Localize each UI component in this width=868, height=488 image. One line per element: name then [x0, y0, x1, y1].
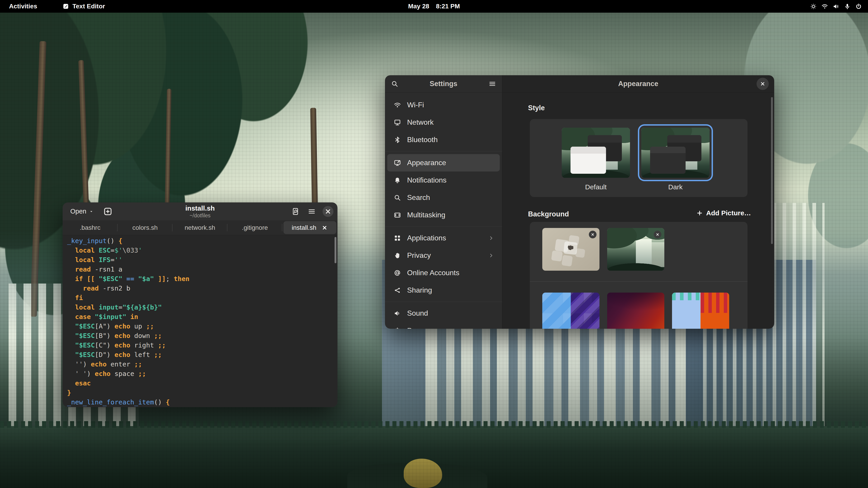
tab-label: .gitignore: [242, 224, 268, 231]
sidebar-item-privacy[interactable]: Privacy: [387, 247, 500, 264]
settings-sidebar-header: Settings: [385, 75, 502, 93]
wifi-icon: [394, 101, 401, 109]
multitasking-icon: [394, 211, 401, 219]
share-icon: [394, 287, 401, 294]
background-thumbnail-maroon-red-waves-wallpaper[interactable]: [607, 293, 664, 329]
background-thumbnail-blue-orange-drips-wallpaper[interactable]: [672, 293, 729, 329]
close-icon: [324, 207, 332, 216]
style-preview-dark: [641, 128, 710, 178]
code-line: case "$input" in: [67, 312, 338, 322]
background-thumbnail-light-abstract-wallpaper[interactable]: [542, 228, 599, 271]
sidebar-item-notifications[interactable]: Notifications: [387, 171, 500, 189]
settings-panel-header: Appearance: [502, 75, 774, 93]
speaker-icon: [394, 310, 401, 317]
editor-document-path: ~/dotfiles: [185, 213, 215, 219]
desktop: Activities Text Editor May 28 8:21 PM Op…: [0, 0, 868, 488]
tab-label: colors.sh: [132, 224, 158, 231]
code-line: ' ') echo space ;;: [67, 369, 338, 379]
document-overview-icon: [291, 207, 300, 216]
tab-network-sh[interactable]: network.sh: [173, 220, 227, 235]
dropdown-arrow-icon: [89, 209, 94, 214]
appearance-icon: [394, 159, 401, 167]
editor-title-area: install.sh ~/dotfiles: [185, 204, 215, 219]
settings-sidebar: Settings Wi-FiNetworkBluetoothAppearance…: [385, 75, 502, 329]
sidebar-item-multitasking[interactable]: Multitasking: [387, 206, 500, 224]
editor-scrollbar-thumb[interactable]: [335, 237, 336, 263]
sidebar-divider: [385, 299, 502, 304]
top-bar: Activities Text Editor May 28 8:21 PM: [0, 0, 868, 13]
background-thumbnail-blue-purple-geometric-wallpaper[interactable]: [542, 293, 599, 329]
appearance-panel-body: Style DefaultDark Background Add Picture…: [502, 93, 774, 329]
new-tab-button[interactable]: [103, 206, 113, 217]
code-line: if [[ "$ESC" == "$a" ]]; then: [67, 274, 338, 284]
code-line: _new_line_foreach_item() {: [67, 397, 338, 407]
background-thumbnail-forest-waterfall-wallpaper[interactable]: [607, 228, 664, 271]
settings-close-button[interactable]: [756, 78, 769, 90]
focused-app-label: Text Editor: [72, 3, 105, 10]
add-picture-label: Add Picture…: [706, 209, 751, 217]
settings-window: Settings Wi-FiNetworkBluetoothAppearance…: [385, 75, 774, 329]
clock-date: May 28: [408, 3, 429, 10]
style-option-dark[interactable]: Dark: [641, 128, 710, 191]
power-icon: [394, 327, 401, 329]
sidebar-divider: [385, 149, 502, 154]
code-line: _key_input() {: [67, 236, 338, 246]
sidebar-item-label: Network: [407, 118, 494, 127]
remove-background-button[interactable]: [589, 231, 596, 238]
code-line: fi: [67, 293, 338, 302]
style-card: DefaultDark: [530, 119, 747, 197]
code-line: "$ESC[A") echo up ;;: [67, 322, 338, 331]
remove-background-button[interactable]: [654, 231, 661, 238]
sidebar-item-sound[interactable]: Sound: [387, 304, 500, 322]
tab-install-sh[interactable]: install.sh: [283, 221, 336, 234]
code-line: "$ESC[D") echo left ;;: [67, 350, 338, 359]
sidebar-item-label: Appearance: [407, 159, 494, 167]
tab-gitignore[interactable]: .gitignore: [227, 220, 282, 235]
editor-code-area[interactable]: _key_input() { local ESC=$'\033' local I…: [63, 235, 338, 407]
sidebar-item-appearance[interactable]: Appearance: [387, 154, 500, 171]
tab-close-button[interactable]: [321, 224, 328, 231]
code-line: local ESC=$'\033': [67, 246, 338, 255]
style-option-label: Default: [562, 183, 630, 191]
add-picture-button[interactable]: Add Picture…: [692, 207, 754, 219]
editor-document-title: install.sh: [185, 204, 215, 212]
search-button[interactable]: [391, 80, 399, 88]
sidebar-item-power[interactable]: Power: [387, 322, 500, 329]
style-option-default[interactable]: Default: [562, 128, 630, 191]
code-line: "$ESC[C") echo right ;;: [67, 340, 338, 350]
focused-app-indicator[interactable]: Text Editor: [62, 3, 105, 10]
panel-title: Appearance: [618, 80, 658, 88]
clock-button[interactable]: May 28 8:21 PM: [408, 3, 460, 10]
style-option-label: Dark: [641, 183, 710, 191]
sidebar-item-bluetooth[interactable]: Bluetooth: [387, 131, 500, 149]
sidebar-item-network[interactable]: Network: [387, 113, 500, 131]
editor-close-button[interactable]: [322, 206, 333, 217]
editor-headerbar: Open install.sh ~/dotfiles: [63, 202, 338, 220]
sidebar-item-applications[interactable]: Applications: [387, 229, 500, 247]
chevron-right-icon: [488, 252, 494, 259]
settings-menu-button[interactable]: [489, 80, 496, 88]
tab-label: network.sh: [185, 224, 215, 231]
text-editor-icon: [62, 3, 69, 10]
activities-button[interactable]: Activities: [6, 2, 40, 11]
bell-icon: [394, 176, 401, 184]
sidebar-item-online-accounts[interactable]: Online Accounts: [387, 264, 500, 282]
sidebar-item-label: Power: [407, 326, 494, 329]
system-status-area[interactable]: [810, 0, 862, 13]
settings-scrollbar-thumb[interactable]: [771, 97, 773, 244]
sidebar-item-sharing[interactable]: Sharing: [387, 282, 500, 299]
tab-bashrc[interactable]: .bashrc: [63, 220, 118, 235]
sidebar-item-wi-fi[interactable]: Wi-Fi: [387, 96, 500, 113]
sidebar-item-search[interactable]: Search: [387, 189, 500, 206]
code-line: esac: [67, 379, 338, 388]
sidebar-item-label: Online Accounts: [407, 269, 494, 277]
background-card: [530, 222, 747, 329]
code-line: local IFS='': [67, 255, 338, 265]
open-button[interactable]: Open: [67, 205, 98, 217]
document-overview-button[interactable]: [290, 206, 301, 217]
tab-colors-sh[interactable]: colors.sh: [118, 220, 173, 235]
abstract-center-tile: [563, 241, 578, 255]
editor-menu-button[interactable]: [306, 206, 317, 217]
open-button-label: Open: [70, 207, 86, 215]
editor-header-actions: [290, 206, 333, 217]
